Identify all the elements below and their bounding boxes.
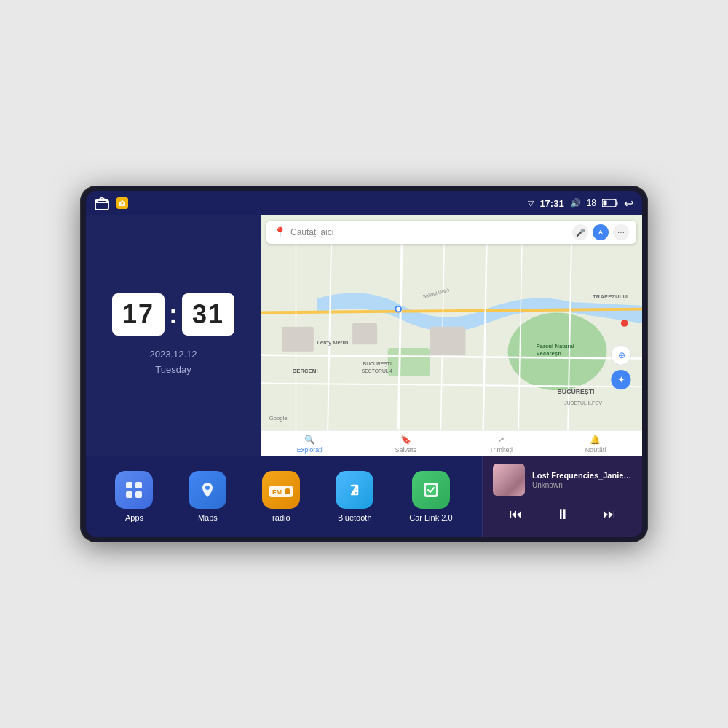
svg-rect-31	[126, 491, 132, 498]
music-title: Lost Frequencies_Janieck Devy-...	[532, 471, 632, 480]
status-right: ▽ 17:31 🔊 18 ↩	[528, 197, 633, 210]
svg-text:SECTORUL 4: SECTORUL 4	[362, 368, 392, 373]
carlink-label: Car Link 2.0	[409, 513, 452, 522]
status-bar: ▽ 17:31 🔊 18 ↩	[86, 191, 642, 215]
clock-widget: 17 : 31 2023.12.12 Tuesday	[86, 215, 261, 456]
carlink-icon-img	[412, 471, 450, 509]
svg-text:FM: FM	[272, 488, 282, 496]
svg-text:BUCUREȘTI: BUCUREȘTI	[363, 361, 392, 367]
svg-text:Parcul Natural: Parcul Natural	[536, 343, 574, 349]
svg-point-1	[122, 202, 124, 205]
music-info: Lost Frequencies_Janieck Devy-... Unknow…	[532, 471, 632, 489]
bluetooth-icon-img	[336, 471, 373, 509]
svg-text:BERCENI: BERCENI	[293, 368, 318, 374]
signal-icon: ▽	[528, 199, 534, 208]
svg-point-23	[396, 307, 400, 312]
map-search-text[interactable]: Căutați aici	[290, 227, 568, 237]
back-icon[interactable]: ↩	[624, 197, 633, 210]
apps-label: Apps	[125, 513, 143, 522]
bottom-section: Apps Maps	[86, 456, 642, 537]
map-widget[interactable]: Google Parcul Natural Văcărești Leroy Me…	[261, 215, 642, 456]
svg-rect-30	[135, 482, 142, 488]
svg-text:✦: ✦	[617, 376, 625, 386]
map-nav-saved[interactable]: 🔖 Salvate	[395, 435, 417, 454]
svg-rect-4	[604, 201, 607, 206]
more-options-icon[interactable]: ⋯	[613, 224, 629, 240]
bluetooth-label: Bluetooth	[338, 513, 371, 522]
prev-button[interactable]: ⏮	[504, 504, 529, 525]
map-svg: Google Parcul Natural Văcărești Leroy Me…	[261, 215, 642, 456]
music-player: Lost Frequencies_Janieck Devy-... Unknow…	[482, 456, 642, 537]
battery-level: 18	[587, 198, 596, 208]
account-icon[interactable]: A	[593, 224, 609, 240]
screen: ▽ 17:31 🔊 18 ↩ 17 :	[86, 191, 642, 537]
car-head-unit: ▽ 17:31 🔊 18 ↩ 17 :	[80, 186, 648, 542]
radio-label: radio	[272, 513, 290, 522]
main-content: 17 : 31 2023.12.12 Tuesday	[86, 215, 642, 537]
volume-icon: 🔊	[570, 198, 581, 208]
clock-minutes: 31	[182, 293, 234, 336]
status-left	[95, 197, 128, 210]
music-thumbnail-img	[493, 464, 525, 496]
clock-display: 17 : 31	[112, 293, 234, 336]
svg-text:JUDEȚUL ILFOV: JUDEȚUL ILFOV	[564, 400, 602, 406]
svg-text:Google: Google	[269, 415, 288, 422]
svg-text:Văcărești: Văcărești	[536, 350, 561, 357]
app-icon-carlink[interactable]: Car Link 2.0	[409, 471, 452, 522]
svg-rect-29	[126, 482, 132, 488]
map-nav-explore[interactable]: 🔍 Explorați	[297, 435, 323, 454]
apps-icon-img	[115, 471, 153, 509]
map-bottom-bar: 🔍 Explorați 🔖 Salvate ↗ Trimiteți	[261, 430, 642, 456]
home-icon[interactable]	[95, 197, 109, 210]
clock-date: 2023.12.12 Tuesday	[149, 347, 197, 378]
next-button[interactable]: ⏭	[597, 504, 622, 525]
svg-text:Leroy Merlin: Leroy Merlin	[317, 339, 349, 346]
svg-rect-10	[430, 327, 466, 355]
app-icon-bluetooth[interactable]: Bluetooth	[336, 471, 373, 522]
maps-status-icon	[116, 197, 128, 209]
map-search-bar[interactable]: 📍 Căutați aici 🎤 A ⋯	[266, 221, 636, 244]
app-icon-radio[interactable]: FM radio	[262, 471, 300, 522]
maps-label: Maps	[198, 513, 218, 522]
svg-rect-8	[282, 327, 314, 352]
music-controls: ⏮ ⏸ ⏭	[493, 503, 632, 526]
app-icon-maps[interactable]: Maps	[189, 471, 226, 522]
app-icons-area: Apps Maps	[86, 456, 482, 537]
battery-icon	[602, 199, 618, 207]
maps-icon-img	[189, 471, 226, 509]
status-time: 17:31	[539, 198, 563, 209]
svg-text:BUCUREȘTI: BUCUREȘTI	[558, 388, 595, 395]
radio-icon-img: FM	[262, 471, 300, 509]
svg-rect-32	[135, 491, 142, 498]
svg-rect-7	[388, 348, 430, 376]
svg-rect-9	[352, 323, 377, 344]
clock-hours: 17	[112, 293, 165, 336]
svg-point-33	[205, 486, 210, 490]
play-pause-button[interactable]: ⏸	[550, 503, 576, 526]
clock-colon: :	[169, 299, 178, 330]
top-section: 17 : 31 2023.12.12 Tuesday	[86, 215, 642, 456]
svg-rect-3	[617, 202, 618, 205]
svg-text:⊕: ⊕	[618, 350, 625, 360]
map-nav-share[interactable]: ↗ Trimiteți	[489, 435, 513, 454]
svg-text:TRAPEZULUI: TRAPEZULUI	[593, 293, 628, 300]
music-top: Lost Frequencies_Janieck Devy-... Unknow…	[493, 464, 632, 496]
svg-point-36	[285, 488, 290, 494]
map-background: Google Parcul Natural Văcărești Leroy Me…	[261, 215, 642, 456]
map-search-icons: 🎤 A ⋯	[572, 224, 629, 240]
map-pin-icon: 📍	[274, 226, 286, 238]
app-icon-apps[interactable]: Apps	[115, 471, 153, 522]
music-thumbnail	[493, 464, 525, 496]
map-nav-news[interactable]: 🔔 Noutăți	[585, 435, 606, 454]
svg-point-28	[621, 320, 628, 327]
music-artist: Unknown	[532, 481, 632, 489]
voice-search-icon[interactable]: 🎤	[572, 224, 588, 240]
